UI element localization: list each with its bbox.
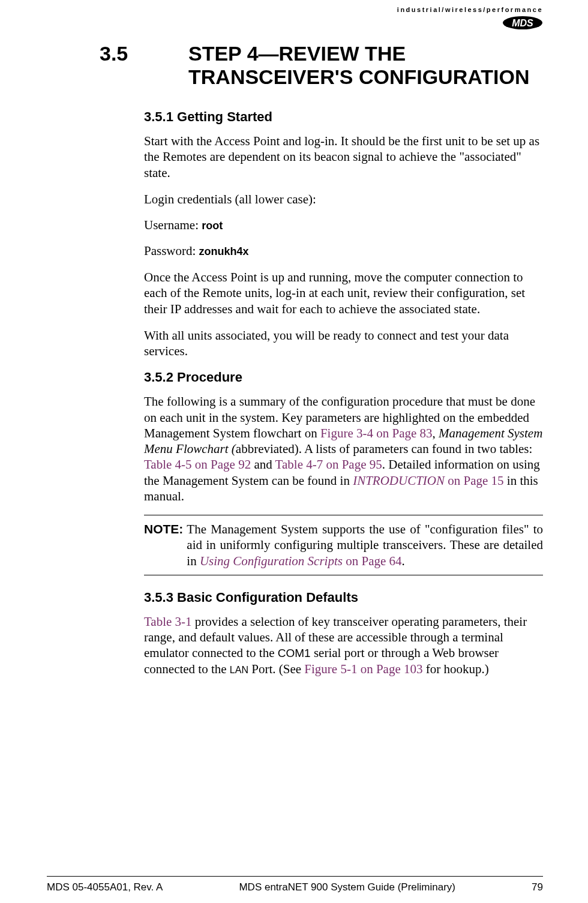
password-value: zonukh4x bbox=[199, 245, 249, 257]
body-paragraph: Start with the Access Point and log-in. … bbox=[144, 133, 543, 181]
xref-text-italic: INTRODUCTION bbox=[353, 473, 445, 488]
xref-text: on Page 15 bbox=[445, 473, 504, 488]
body-paragraph: Table 3-1 provides a selection of key tr… bbox=[144, 614, 543, 677]
xref-figure-5-1[interactable]: Figure 5-1 on Page 103 bbox=[304, 662, 422, 676]
page-content: 3.5STEP 4—REVIEW THE TRANSCEIVER'S CONFI… bbox=[144, 42, 543, 688]
footer-left: MDS 05-4055A01, Rev. A bbox=[47, 881, 163, 893]
section-title: STEP 4—REVIEW THE TRANSCEIVER'S CONFIGUR… bbox=[188, 42, 529, 88]
text-span: abbreviated). A lists of parameters can … bbox=[236, 442, 533, 456]
text-span: and bbox=[251, 457, 275, 472]
section-heading: 3.5STEP 4—REVIEW THE TRANSCEIVER'S CONFI… bbox=[144, 42, 543, 89]
xref-text: on Page 64 bbox=[343, 554, 402, 568]
svg-text:MDS: MDS bbox=[512, 18, 533, 28]
text-span: Port. (See bbox=[248, 662, 304, 676]
xref-introduction[interactable]: INTRODUCTION on Page 15 bbox=[353, 473, 503, 488]
username-label: Username: bbox=[144, 218, 202, 232]
mds-logo: MDS bbox=[502, 16, 543, 32]
page-footer: MDS 05-4055A01, Rev. A MDS entraNET 900 … bbox=[47, 876, 543, 893]
note-body: The Management System supports the use o… bbox=[187, 521, 543, 569]
text-span: . bbox=[402, 554, 405, 568]
body-paragraph: Once the Access Point is up and running,… bbox=[144, 269, 543, 317]
subsection-heading-1: 3.5.1 Getting Started bbox=[144, 109, 543, 125]
credential-username: Username: root bbox=[144, 218, 543, 233]
body-paragraph: With all units associated, you will be r… bbox=[144, 328, 543, 359]
footer-page-number: 79 bbox=[532, 881, 543, 893]
password-label: Password: bbox=[144, 244, 199, 258]
xref-figure-3-4[interactable]: Figure 3-4 on Page 83 bbox=[320, 426, 433, 440]
com1-label: COM1 bbox=[278, 647, 311, 659]
credential-password: Password: zonukh4x bbox=[144, 244, 543, 259]
section-number: 3.5 bbox=[144, 42, 180, 65]
xref-table-3-1[interactable]: Table 3-1 bbox=[144, 614, 192, 629]
note-label: NOTE: bbox=[144, 521, 187, 569]
username-value: root bbox=[202, 220, 223, 232]
lan-label: LAN bbox=[230, 665, 248, 675]
xref-config-scripts[interactable]: Using Configuration Scripts on Page 64 bbox=[200, 554, 402, 568]
xref-text-italic: Using Configuration Scripts bbox=[200, 554, 343, 568]
body-paragraph: The following is a summary of the config… bbox=[144, 394, 543, 504]
text-span: , bbox=[433, 426, 439, 440]
mds-logo-icon: MDS bbox=[502, 16, 543, 30]
xref-table-4-5[interactable]: Table 4-5 on Page 92 bbox=[144, 457, 251, 472]
text-span: for hookup.) bbox=[422, 662, 488, 676]
subsection-heading-3: 3.5.3 Basic Configuration Defaults bbox=[144, 590, 543, 605]
xref-table-4-7[interactable]: Table 4-7 on Page 95 bbox=[275, 457, 382, 472]
header-tagline: industrial/wireless/performance bbox=[397, 6, 543, 13]
body-paragraph: Login credentials (all lower case): bbox=[144, 191, 543, 207]
subsection-heading-2: 3.5.2 Procedure bbox=[144, 370, 543, 385]
note-block: NOTE: The Management System supports the… bbox=[144, 515, 543, 575]
footer-center: MDS entraNET 900 System Guide (Prelimina… bbox=[239, 881, 455, 893]
